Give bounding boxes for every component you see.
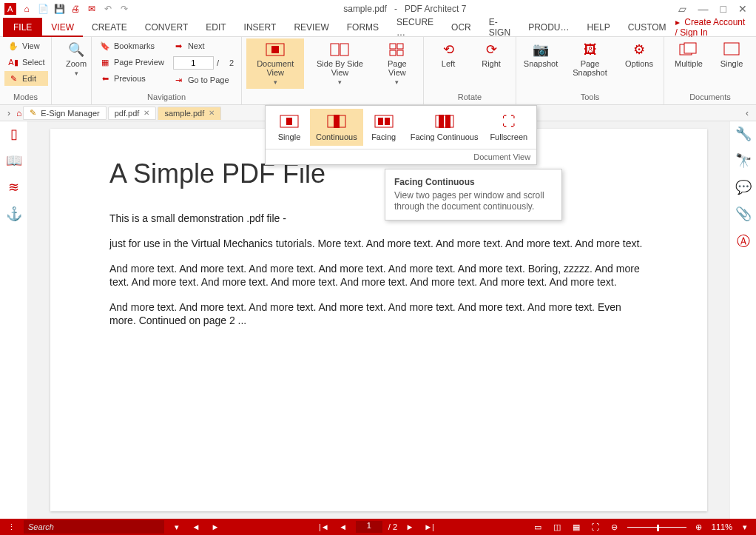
anchor-icon[interactable]: ⚓ (6, 206, 22, 222)
view-mode-2-icon[interactable]: ◫ (550, 522, 564, 532)
mode-edit[interactable]: ✎Edit (4, 71, 48, 86)
tab-products[interactable]: PRODU… (519, 18, 578, 37)
bookmarks-panel-icon[interactable]: 📖 (6, 152, 22, 169)
account-link[interactable]: ▸ Create Account / Sign In (675, 17, 756, 38)
minimize-icon[interactable]: — (698, 3, 709, 15)
tab-convert[interactable]: CONVERT (136, 18, 197, 37)
prev-page-icon[interactable]: ◄ (337, 522, 350, 531)
save-icon[interactable]: 💾 (52, 1, 67, 16)
zoom-value[interactable]: 111% (712, 522, 732, 531)
tab-forms[interactable]: FORMS (338, 18, 388, 37)
multiple-docs-button[interactable]: Multiple (669, 38, 709, 71)
document-view-dropdown: Single Continuous Facing Facing Continuo… (265, 105, 537, 165)
single-icon (721, 41, 742, 58)
document-view-button[interactable]: Document View ▾ (246, 38, 304, 89)
first-page-icon[interactable]: |◄ (317, 522, 331, 531)
view-facing[interactable]: Facing (363, 109, 405, 146)
ribbon: ✋View A▮Select ✎Edit Modes 🔍 Zoom ▾ 🔖Boo… (0, 37, 756, 105)
tab-insert[interactable]: INSERT (235, 18, 286, 37)
mail-icon[interactable]: ✉ (84, 1, 99, 16)
view-mode-3-icon[interactable]: ▦ (570, 522, 583, 532)
tabs-chevron-left[interactable]: › (3, 108, 15, 118)
facing-continuous-icon (434, 113, 455, 129)
options-button[interactable]: ⚙Options (619, 38, 659, 71)
next-page-icon[interactable]: ► (403, 522, 416, 531)
close-tab-icon[interactable]: ✕ (209, 109, 215, 117)
search-field[interactable]: Search (24, 520, 164, 534)
tab-file[interactable]: FILE (3, 18, 42, 37)
layers-icon[interactable]: ≋ (8, 179, 19, 195)
view-mode-1-icon[interactable]: ▭ (531, 522, 544, 532)
bookmarks-button[interactable]: 🔖Bookmarks (96, 38, 167, 53)
app-icon[interactable]: A (3, 1, 18, 16)
tab-esign[interactable]: E-SIGN (480, 18, 519, 37)
tab-view[interactable]: VIEW (42, 18, 83, 37)
page-preview-button[interactable]: ▦Page Preview (96, 55, 167, 70)
rotate-left-button[interactable]: ⟲Left (428, 38, 468, 71)
search-prev-icon[interactable]: ◄ (189, 522, 203, 531)
svg-rect-14 (286, 118, 292, 125)
zoom-dropdown-icon[interactable]: ▾ (738, 522, 752, 532)
undo-icon[interactable]: ↶ (101, 1, 115, 16)
open-icon[interactable]: 📄 (36, 1, 50, 16)
pen-icon: ✎ (30, 108, 36, 118)
minimize-ribbon-icon[interactable]: ▱ (678, 3, 686, 15)
tab-help[interactable]: HELP (578, 18, 618, 37)
doc-tab-esign[interactable]: ✎E-Sign Manager (23, 106, 107, 120)
print-icon[interactable]: 🖨 (68, 1, 83, 16)
attachment-icon[interactable]: 📎 (735, 206, 752, 222)
wrench-icon[interactable]: 🔧 (735, 126, 752, 142)
svg-rect-4 (331, 44, 339, 55)
zoom-slider[interactable] (627, 527, 686, 528)
goto-page-button[interactable]: ⇥Go to Page (170, 73, 237, 87)
redo-icon[interactable]: ↷ (117, 1, 132, 16)
snapshot-button[interactable]: 📷Snapshot (521, 38, 561, 71)
tab-secure[interactable]: SECURE … (388, 18, 442, 37)
tab-edit[interactable]: EDIT (197, 18, 234, 37)
mode-select[interactable]: A▮Select (4, 55, 48, 70)
svg-rect-12 (724, 43, 739, 55)
page-snapshot-button[interactable]: 🖼Page Snapshot (564, 38, 616, 80)
home-icon[interactable]: ⌂ (19, 1, 34, 16)
binoculars-icon[interactable]: 🔭 (735, 152, 752, 169)
zoom-button[interactable]: 🔍 Zoom ▾ (56, 38, 96, 80)
tab-custom[interactable]: CUSTOM (619, 18, 675, 37)
next-button[interactable]: ➡Next (170, 38, 237, 53)
window-title: sample.pdf - PDF Architect 7 (132, 4, 678, 14)
side-by-side-button[interactable]: Side By Side View ▾ (307, 38, 372, 89)
status-fullscreen-icon[interactable]: ⛶ (589, 522, 602, 531)
doc-tab-pdf[interactable]: pdf.pdf✕ (108, 107, 157, 120)
status-menu-icon[interactable]: ⋮ (4, 522, 18, 532)
tab-ocr[interactable]: OCR (442, 18, 480, 37)
thumbnails-icon[interactable]: ▯ (10, 126, 18, 142)
close-icon[interactable]: ✕ (738, 3, 747, 15)
view-fullscreen[interactable]: ⛶Fullscreen (484, 109, 533, 146)
doc-tab-sample[interactable]: sample.pdf✕ (158, 107, 221, 120)
status-page-number[interactable]: 1 (356, 521, 382, 533)
single-doc-button[interactable]: Single (712, 38, 752, 71)
search-dropdown-icon[interactable]: ▾ (170, 522, 183, 532)
multiple-icon (678, 41, 699, 58)
rotate-right-button[interactable]: ⟳Right (471, 38, 511, 71)
zoom-in-icon[interactable]: ⊕ (692, 522, 706, 532)
maximize-icon[interactable]: □ (720, 3, 726, 15)
page-view-button[interactable]: Page View ▾ (376, 38, 419, 89)
docview-icon (265, 41, 286, 58)
close-tab-icon[interactable]: ✕ (144, 109, 149, 117)
stamp-icon[interactable]: Ⓐ (737, 232, 750, 250)
view-single[interactable]: Single (269, 109, 310, 146)
last-page-icon[interactable]: ►| (422, 522, 436, 531)
comment-icon[interactable]: 💬 (735, 179, 752, 195)
page-input[interactable] (173, 56, 214, 70)
document-canvas[interactable]: A Simple PDF File This is a small demons… (28, 121, 729, 519)
zoom-out-icon[interactable]: ⊖ (608, 522, 621, 532)
tab-create[interactable]: CREATE (83, 18, 136, 37)
home-tab-icon[interactable]: ⌂ (16, 108, 21, 118)
tabs-chevron-right[interactable]: ‹ (741, 108, 753, 118)
view-facing-continuous[interactable]: Facing Continuous (405, 109, 485, 146)
search-next-icon[interactable]: ► (209, 522, 222, 531)
tab-review[interactable]: REVIEW (285, 18, 337, 37)
mode-view[interactable]: ✋View (4, 38, 48, 53)
previous-button[interactable]: ⬅Previous (96, 71, 167, 86)
view-continuous[interactable]: Continuous (310, 109, 363, 146)
